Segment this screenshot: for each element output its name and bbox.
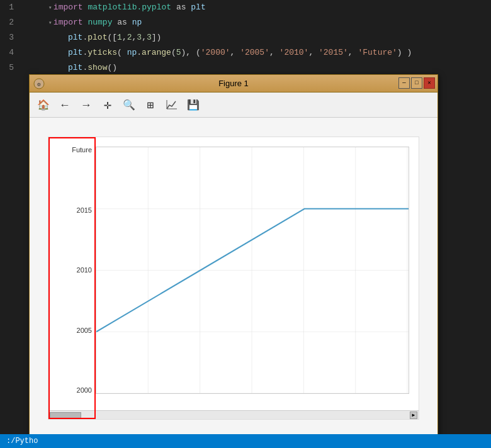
code-editor: 1 ▾import matplotlib.pyplot as plt 2 ▾im… xyxy=(0,0,491,76)
figure-titlebar: ⚙ Figure 1 ─ □ ✕ xyxy=(30,75,437,92)
back-button[interactable]: ← xyxy=(55,95,75,115)
figure-title: Figure 1 xyxy=(218,79,249,88)
y-label-2015: 2015 xyxy=(77,207,92,214)
y-label-2000: 2000 xyxy=(77,387,92,394)
chart-svg xyxy=(96,147,409,393)
save-button[interactable]: 💾 xyxy=(183,95,203,115)
scrollbar-thumb[interactable] xyxy=(50,412,81,418)
close-icon: ✕ xyxy=(427,81,431,86)
y-label-2005: 2005 xyxy=(77,327,92,334)
line-number-2: 2 xyxy=(0,15,19,30)
figure-toolbar: 🏠 ← → ✛ 🔍 ⊞ 💾 xyxy=(30,92,437,118)
scrollbar-right-arrow[interactable]: ▶ xyxy=(410,412,417,419)
line-number-4: 4 xyxy=(0,45,19,60)
y-label-future: Future xyxy=(72,147,92,154)
line-number-3: 3 xyxy=(0,30,19,45)
window-controls: ─ □ ✕ xyxy=(398,77,435,89)
subplot-icon xyxy=(166,99,178,111)
status-bar: :/Pytho xyxy=(0,434,491,448)
figure-window: ⚙ Figure 1 ─ □ ✕ 🏠 ← → ✛ 🔍 ⊞ xyxy=(29,74,438,439)
minimize-button[interactable]: ─ xyxy=(398,77,410,89)
close-button[interactable]: ✕ xyxy=(424,77,435,89)
subplot-button[interactable] xyxy=(162,95,182,115)
plot-container: Future 2015 2010 2005 2000 xyxy=(48,137,419,420)
y-label-2010: 2010 xyxy=(77,267,92,274)
y-axis: Future 2015 2010 2005 2000 xyxy=(48,147,94,394)
maximize-icon: □ xyxy=(415,81,418,86)
line-number-5: 5 xyxy=(0,60,19,76)
pan-button[interactable]: ✛ xyxy=(98,95,118,115)
minimize-icon: ─ xyxy=(402,81,405,86)
configure-button[interactable]: ⊞ xyxy=(140,95,161,115)
figure-body: Future 2015 2010 2005 2000 xyxy=(30,118,437,439)
svg-text:⚙: ⚙ xyxy=(37,82,41,88)
home-button[interactable]: 🏠 xyxy=(33,95,54,115)
figure-window-icon: ⚙ xyxy=(33,78,45,89)
status-text: :/Pytho xyxy=(6,437,38,445)
zoom-button[interactable]: 🔍 xyxy=(119,95,139,115)
maximize-button[interactable]: □ xyxy=(411,77,422,89)
forward-button[interactable]: → xyxy=(76,95,96,115)
figure-scrollbar[interactable]: ▶ xyxy=(48,410,419,419)
plot-inner xyxy=(96,147,409,394)
line-number-1: 1 xyxy=(0,0,19,15)
